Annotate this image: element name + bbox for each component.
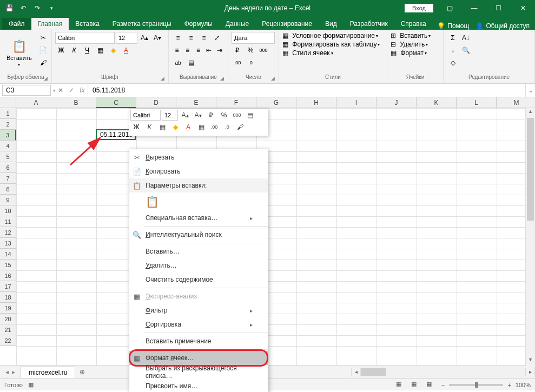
mini-border-icon[interactable]: ▦ <box>156 122 168 132</box>
view-page-layout-icon[interactable]: ▦ <box>411 381 422 389</box>
zoom-out-icon[interactable]: − <box>441 382 445 388</box>
row-header-16[interactable]: 16 <box>0 270 16 281</box>
number-format-combo[interactable]: Дата <box>232 32 275 44</box>
col-header-K[interactable]: K <box>417 97 457 108</box>
align-top-icon[interactable]: ≡ <box>172 32 184 44</box>
cut-icon[interactable]: ✂ <box>37 32 49 44</box>
mini-fill-color-icon[interactable]: ◆ <box>169 122 181 132</box>
cm-insert-comment[interactable]: Вставить примечание <box>129 334 268 348</box>
scroll-up-icon[interactable]: ▴ <box>526 108 535 118</box>
mini-grow-font-icon[interactable]: A▴ <box>179 110 191 121</box>
mini-comma-icon[interactable]: 000 <box>231 110 243 121</box>
row-header-15[interactable]: 15 <box>0 260 16 270</box>
delete-cells-button[interactable]: ⊟ Удалить ▾ <box>391 41 440 48</box>
mini-font-combo[interactable]: Calibri <box>130 110 161 121</box>
col-header-B[interactable]: B <box>56 97 96 108</box>
row-header-19[interactable]: 19 <box>0 303 16 314</box>
cm-copy[interactable]: 📄Копировать <box>129 164 268 178</box>
vertical-scrollbar[interactable]: ▴ ▾ <box>525 108 535 366</box>
row-header-17[interactable]: 17 <box>0 281 16 292</box>
format-as-table-button[interactable]: ▦ Форматировать как таблицу ▾ <box>282 41 384 48</box>
mini-borders-icon[interactable]: ▦ <box>195 122 207 132</box>
sort-filter-icon[interactable]: A↓ <box>460 32 472 44</box>
cells-area[interactable]: 05.11.2018 <box>16 108 535 365</box>
tab-help[interactable]: Справка <box>394 18 433 30</box>
sheet-nav-next-icon[interactable]: ▸ <box>12 368 15 376</box>
border-icon[interactable]: ▦ <box>94 44 106 56</box>
font-launcher-icon[interactable]: ◢ <box>161 76 167 82</box>
format-cells-button[interactable]: ▦ Формат ▾ <box>391 49 440 57</box>
tab-review[interactable]: Рецензирование <box>255 18 319 30</box>
col-header-J[interactable]: J <box>377 97 417 108</box>
row-header-22[interactable]: 22 <box>0 335 16 346</box>
align-launcher-icon[interactable]: ◢ <box>220 76 227 82</box>
tab-insert[interactable]: Вставка <box>69 18 106 30</box>
login-button[interactable]: Вход <box>405 4 433 12</box>
align-right-icon[interactable]: ≡ <box>194 44 203 56</box>
italic-button[interactable]: К <box>68 44 80 56</box>
cm-paste-default[interactable]: 📋 <box>129 192 268 211</box>
tab-developer[interactable]: Разработчик <box>344 18 394 30</box>
zoom-slider[interactable] <box>449 384 503 386</box>
macro-record-icon[interactable]: ▦ <box>28 381 34 388</box>
col-header-H[interactable]: H <box>296 97 336 108</box>
scroll-thumb[interactable] <box>527 118 534 221</box>
cm-pick-from-list[interactable]: Выбрать из раскрывающегося списка… <box>129 365 268 379</box>
align-middle-icon[interactable]: ≡ <box>185 32 197 44</box>
font-name-combo[interactable]: Calibri <box>55 32 115 44</box>
cell-styles-button[interactable]: ▦ Стили ячеек ▾ <box>282 49 384 57</box>
insert-cells-button[interactable]: ⊞ Вставить ▾ <box>391 32 440 39</box>
col-header-M[interactable]: M <box>497 97 535 108</box>
sheet-tab-active[interactable]: microexcel.ru <box>21 367 75 378</box>
mini-size-combo[interactable]: 12 <box>162 110 178 121</box>
add-sheet-icon[interactable]: ⊕ <box>75 368 89 376</box>
ribbon-options-icon[interactable]: ▢ <box>438 0 462 16</box>
mini-bold-button[interactable]: Ж <box>130 122 142 132</box>
col-header-I[interactable]: I <box>336 97 377 108</box>
tab-view[interactable]: Вид <box>319 18 344 30</box>
cm-smart-lookup[interactable]: 🔍Интеллектуальный поиск <box>129 228 268 242</box>
autosum-icon[interactable]: Σ <box>447 32 459 44</box>
row-header-12[interactable]: 12 <box>0 227 16 238</box>
redo-icon[interactable]: ↷ <box>31 2 43 14</box>
cm-delete[interactable]: Удалить… <box>129 258 268 273</box>
undo-icon[interactable]: ↶ <box>17 2 29 14</box>
mini-dec-decimal-icon[interactable]: .0 <box>221 122 233 132</box>
col-header-G[interactable]: G <box>256 97 296 108</box>
indent-decrease-icon[interactable]: ⇤ <box>204 44 214 56</box>
formula-input[interactable]: 05.11.2018 <box>88 84 525 97</box>
cm-filter[interactable]: Фильтр▸ <box>129 303 268 317</box>
font-color-icon[interactable]: А <box>120 44 132 56</box>
wrap-text-icon[interactable]: ab <box>172 57 184 69</box>
tab-formulas[interactable]: Формулы <box>178 18 219 30</box>
col-header-L[interactable]: L <box>457 97 497 108</box>
fx-icon[interactable]: fx <box>77 87 88 94</box>
tab-file[interactable]: Файл <box>2 18 31 30</box>
align-bottom-icon[interactable]: ≡ <box>198 32 210 44</box>
row-header-18[interactable]: 18 <box>0 292 16 303</box>
align-center-icon[interactable]: ≡ <box>183 44 193 56</box>
zoom-level[interactable]: 100% <box>516 382 531 388</box>
percent-icon[interactable]: % <box>245 44 256 56</box>
row-header-9[interactable]: 9 <box>0 195 16 205</box>
row-header-6[interactable]: 6 <box>0 162 16 173</box>
qat-customize-icon[interactable]: ▾ <box>45 2 57 14</box>
cm-cut[interactable]: ✂Вырезать <box>129 150 268 164</box>
expand-formula-icon[interactable]: ⌄ <box>525 84 535 97</box>
fill-color-icon[interactable]: ◆ <box>107 44 119 56</box>
cm-define-name[interactable]: Присвоить имя… <box>129 379 268 392</box>
sheet-nav-prev-icon[interactable]: ◂ <box>5 368 9 376</box>
zoom-in-icon[interactable]: + <box>507 382 511 388</box>
col-header-C[interactable]: C <box>96 97 136 108</box>
decrease-decimal-icon[interactable]: .0 <box>245 57 256 69</box>
font-size-combo[interactable]: 12 <box>116 32 137 44</box>
view-page-break-icon[interactable]: ▦ <box>426 381 437 389</box>
increase-decimal-icon[interactable]: .00 <box>232 57 243 69</box>
hscroll-right-icon[interactable]: ▸ <box>525 368 535 376</box>
comma-icon[interactable]: 000 <box>257 44 269 56</box>
col-header-D[interactable]: D <box>136 97 176 108</box>
row-header-1[interactable]: 1 <box>0 108 16 119</box>
cancel-formula-icon[interactable]: ✕ <box>55 87 66 94</box>
fill-icon[interactable]: ↓ <box>447 44 459 56</box>
row-header-20[interactable]: 20 <box>0 314 16 324</box>
